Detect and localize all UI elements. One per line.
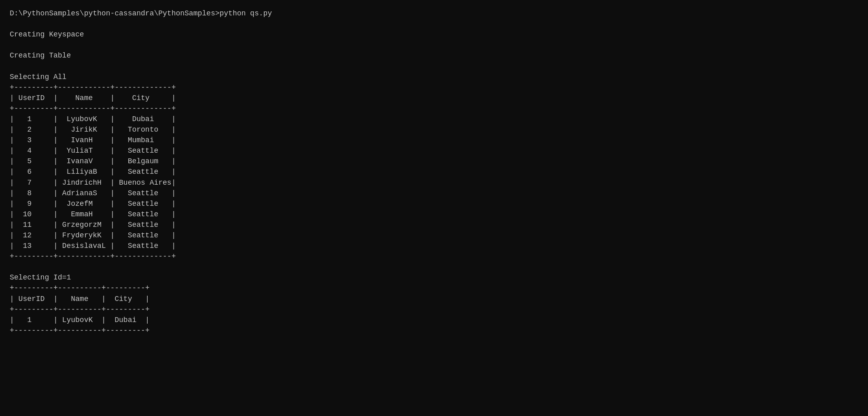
terminal-line: | 7 | JindrichH | Buenos Aires| <box>10 177 858 188</box>
terminal-line: | UserID | Name | City | <box>10 294 858 304</box>
terminal-line: +---------+----------+---------+ <box>10 283 858 293</box>
terminal-line: Creating Keyspace <box>10 29 858 40</box>
terminal-line: | 6 | LiliyaB | Seattle | <box>10 166 858 177</box>
terminal-line: | 5 | IvanaV | Belgaum | <box>10 156 858 166</box>
terminal-line: | UserID | Name | City | <box>10 93 858 103</box>
terminal-line: | 10 | EmmaH | Seattle | <box>10 209 858 220</box>
terminal-line: | 2 | JirikK | Toronto | <box>10 124 858 135</box>
terminal-line: | 8 | AdrianaS | Seattle | <box>10 188 858 198</box>
terminal-line: | 12 | FryderykK | Seattle | <box>10 230 858 241</box>
terminal-line: Selecting All <box>10 72 858 82</box>
terminal-line: | 4 | YuliaT | Seattle | <box>10 145 858 156</box>
terminal-line: | 9 | JozefM | Seattle | <box>10 198 858 209</box>
terminal-line: | 1 | LyubovK | Dubai | <box>10 315 858 325</box>
terminal-window: D:\PythonSamples\python-cassandra\Python… <box>10 8 858 336</box>
prompt-line: D:\PythonSamples\python-cassandra\Python… <box>10 8 858 19</box>
terminal-line: | 13 | DesislavaL | Seattle | <box>10 241 858 251</box>
terminal-line: +---------+------------+-------------+ <box>10 82 858 93</box>
terminal-line <box>10 19 858 29</box>
terminal-line <box>10 262 858 272</box>
terminal-line: | 11 | GrzegorzM | Seattle | <box>10 220 858 230</box>
terminal-line: | 3 | IvanH | Mumbai | <box>10 135 858 145</box>
terminal-line: +---------+------------+-------------+ <box>10 103 858 114</box>
terminal-output: Creating Keyspace Creating Table Selecti… <box>10 19 858 336</box>
terminal-line: +---------+----------+---------+ <box>10 325 858 336</box>
terminal-line: +---------+------------+-------------+ <box>10 251 858 262</box>
terminal-line: Creating Table <box>10 50 858 61</box>
terminal-line: | 1 | LyubovK | Dubai | <box>10 114 858 124</box>
terminal-line: +---------+----------+---------+ <box>10 304 858 315</box>
terminal-line <box>10 61 858 71</box>
terminal-line: Selecting Id=1 <box>10 272 858 283</box>
terminal-line <box>10 40 858 50</box>
